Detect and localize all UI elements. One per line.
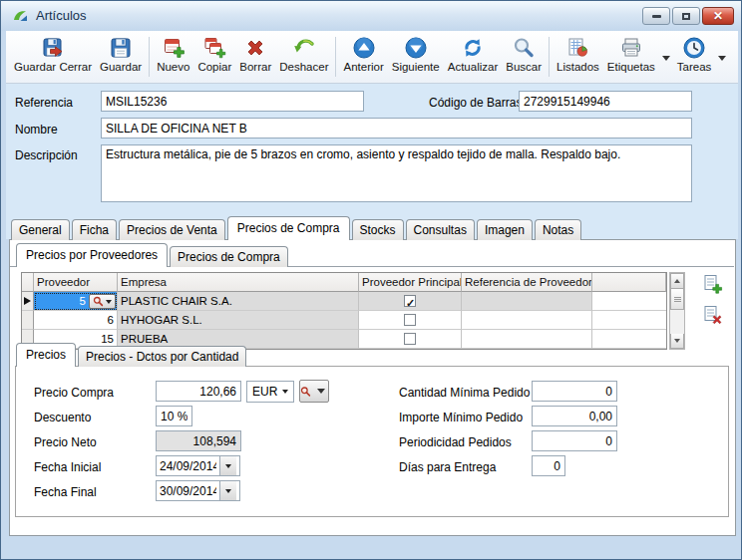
importe-minimo-input[interactable] (532, 406, 617, 426)
lists-icon (564, 35, 590, 61)
fecha-final-dropdown-button[interactable] (219, 481, 236, 500)
empresa-cell[interactable]: PLASTIC CHAIR S.A. (118, 292, 359, 311)
referencia-label: Referencia (15, 96, 73, 110)
buscar-button[interactable]: Buscar (502, 33, 546, 83)
scroll-down-button[interactable] (670, 334, 684, 349)
siguiente-button[interactable]: Siguiente (388, 33, 444, 83)
currency-select[interactable]: EUR (246, 381, 294, 403)
importe-minimo-label: Importe Mínimo Pedido (399, 411, 523, 424)
tab-notas[interactable]: Notas (535, 219, 581, 240)
proveedor-principal-checkbox[interactable] (404, 295, 416, 307)
tab-stocks[interactable]: Stocks (352, 219, 404, 240)
toolbar-label: Guardar (100, 61, 142, 73)
tareas-button[interactable]: Tareas (673, 33, 716, 83)
copiar-button[interactable]: Copiar (193, 33, 235, 83)
tab-general[interactable]: General (11, 219, 70, 240)
fecha-final-picker[interactable] (156, 480, 240, 501)
row-indicator-cell[interactable] (22, 311, 34, 330)
grid-header-row: Proveedor Empresa Proveedor Principal Re… (22, 273, 666, 292)
listados-button[interactable]: Listados (553, 33, 603, 83)
labels-icon (618, 35, 644, 61)
scrollbar-thumb[interactable] (670, 288, 684, 310)
proveedor-lookup-button[interactable] (89, 294, 116, 309)
fecha-final-input[interactable] (157, 481, 219, 500)
grid-header-empresa[interactable]: Empresa (118, 273, 359, 292)
toolbar-label: Nuevo (157, 61, 189, 73)
tareas-dropdown-arrow[interactable] (718, 56, 726, 61)
delete-row-icon (701, 304, 723, 326)
save-icon (108, 35, 134, 61)
add-row-button[interactable] (699, 271, 725, 297)
descuento-input[interactable] (156, 406, 192, 426)
actualizar-button[interactable]: Actualizar (444, 33, 503, 83)
etiquetas-button[interactable]: Etiquetas (603, 33, 659, 83)
referencia-proveedor-cell[interactable] (462, 330, 592, 349)
proveedor-principal-checkbox[interactable] (404, 333, 416, 345)
new-icon (161, 35, 186, 61)
save-close-icon (40, 35, 66, 61)
grid-scrollbar[interactable] (669, 272, 685, 350)
precio-compra-input[interactable] (156, 381, 241, 402)
maximize-button[interactable] (672, 7, 700, 25)
referencia-proveedor-cell[interactable] (462, 292, 592, 311)
guardar-button[interactable]: Guardar (96, 33, 146, 83)
proveedor-principal-cell[interactable] (359, 311, 462, 330)
grid-header-proveedor-principal[interactable]: Proveedor Principal (359, 273, 462, 292)
codigo-barras-input[interactable] (519, 91, 692, 112)
etiquetas-dropdown-arrow[interactable] (662, 56, 670, 61)
minimize-icon (652, 15, 661, 18)
price-tab-strip: Precios Precios - Dctos por Cantidad (16, 345, 248, 367)
currency-value: EUR (252, 385, 277, 399)
deshacer-button[interactable]: Deshacer (275, 33, 332, 83)
tab-precios-de-venta[interactable]: Precios de Venta (119, 219, 225, 240)
empresa-cell[interactable]: HYHOGAR S.L. (118, 311, 359, 330)
scroll-up-button[interactable] (670, 273, 684, 288)
close-button[interactable]: ✕ (702, 7, 734, 25)
grid-header-filler (592, 273, 666, 292)
subtab-precios-por-proveedores[interactable]: Precios por Proveedores (16, 243, 168, 267)
referencia-proveedor-cell[interactable] (462, 311, 592, 330)
referencia-input[interactable] (101, 91, 364, 112)
dias-entrega-input[interactable] (532, 455, 565, 476)
nuevo-button[interactable]: Nuevo (153, 33, 193, 83)
descripcion-textarea[interactable]: Estructura metálica, pie de 5 brazos en … (101, 144, 692, 202)
fecha-inicial-picker[interactable] (156, 455, 240, 476)
tasks-icon (681, 35, 707, 61)
maximize-icon (682, 13, 690, 20)
delete-row-button[interactable] (699, 302, 725, 328)
precio-lookup-button[interactable] (299, 380, 329, 403)
close-icon: ✕ (713, 11, 723, 21)
subtab-precios-de-compra[interactable]: Precios de Compra (170, 246, 288, 267)
current-row-icon (24, 297, 31, 305)
tab-precios-de-compra[interactable]: Precios de Compra (227, 216, 350, 240)
proveedor-principal-cell[interactable] (359, 292, 462, 311)
guardar-cerrar-button[interactable]: Guardar Cerrar (10, 33, 96, 83)
pricetab-precios[interactable]: Precios (16, 343, 76, 367)
anterior-button[interactable]: Anterior (339, 33, 387, 83)
sub-tab-strip: Precios por Proveedores Precios de Compr… (16, 245, 290, 267)
proveedores-grid: Proveedor Empresa Proveedor Principal Re… (21, 272, 667, 350)
nombre-input[interactable] (101, 118, 692, 139)
tab-ficha[interactable]: Ficha (72, 219, 117, 240)
fecha-inicial-input[interactable] (157, 456, 219, 475)
proveedor-principal-checkbox[interactable] (404, 314, 416, 326)
cantidad-minima-input[interactable] (532, 381, 617, 402)
toolbar-separator (335, 37, 336, 77)
proveedor-principal-cell[interactable] (359, 330, 462, 349)
fecha-inicial-dropdown-button[interactable] (219, 456, 236, 475)
minimize-button[interactable] (642, 7, 670, 25)
cantidad-minima-label: Cantidad Mínima Pedido (399, 386, 530, 400)
proveedor-cell[interactable]: 6 (34, 311, 118, 330)
periodicidad-input[interactable] (532, 430, 617, 451)
pricetab-dctos-por-cantidad[interactable]: Precios - Dctos por Cantidad (78, 346, 246, 367)
toolbar-separator (549, 37, 550, 77)
toolbar-label: Etiquetas (607, 61, 655, 73)
grid-header-referencia-proveedor[interactable]: Referencia de Proveedor (462, 273, 592, 292)
borrar-button[interactable]: Borrar (235, 33, 275, 83)
tab-consultas[interactable]: Consultas (406, 219, 475, 240)
grid-header-proveedor[interactable]: Proveedor (34, 273, 118, 292)
tab-imagen[interactable]: Imagen (477, 219, 533, 240)
undo-icon (291, 35, 317, 61)
row-indicator-cell[interactable] (22, 292, 34, 311)
lookup-dropdown-arrow (106, 300, 112, 304)
